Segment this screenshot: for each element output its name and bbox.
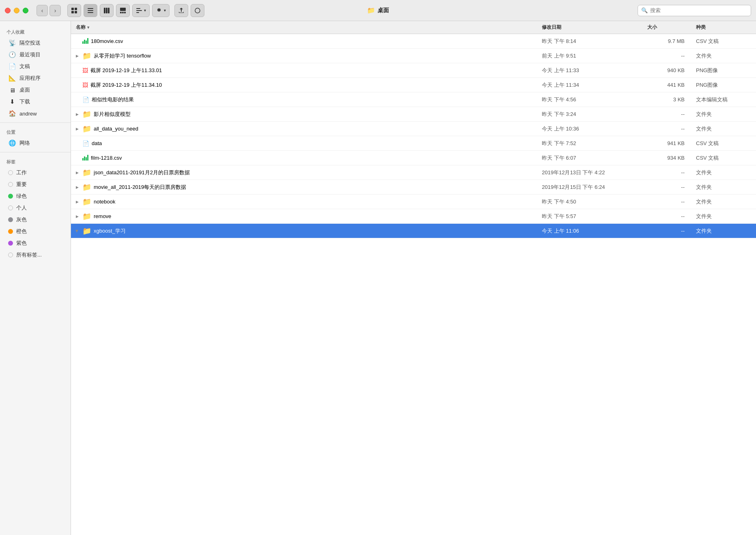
expand-arrow-icon[interactable]: ▶ (74, 53, 80, 59)
forward-button[interactable]: › (49, 5, 61, 16)
file-kind: PNG图像 (691, 81, 756, 89)
sidebar-item-purple[interactable]: 紫色 (2, 238, 69, 249)
view-icons-button[interactable] (67, 4, 81, 17)
table-row[interactable]: film-1218.csv 昨天 下午 6:07 934 KB CSV 文稿 (71, 151, 756, 165)
file-kind: PNG图像 (691, 67, 756, 74)
sidebar-item-label: 桌面 (19, 86, 30, 94)
table-row[interactable]: ▶ 📁 xgboost_学习 今天 上午 11:06 -- 文件夹 (71, 224, 756, 238)
sidebar-item-label: 灰色 (16, 216, 27, 223)
svg-rect-16 (136, 12, 139, 13)
svg-point-17 (195, 8, 200, 13)
svg-rect-12 (122, 12, 124, 13)
view-gallery-button[interactable] (116, 4, 130, 17)
share-button[interactable] (174, 4, 188, 17)
close-button[interactable] (5, 8, 11, 13)
sidebar-item-recent[interactable]: 🕐 最近项目 (2, 49, 69, 60)
table-row[interactable]: 📄 相似性电影的结果 昨天 下午 4:56 3 KB 文本编辑文稿 (71, 92, 756, 107)
search-input[interactable] (650, 7, 747, 13)
table-row[interactable]: ▶ 📁 movie_all_2011-2019每天的日票房数据 2019年12月… (71, 180, 756, 195)
sidebar-item-airdrop[interactable]: 📡 隔空投送 (2, 37, 69, 49)
folder-icon: 📁 (82, 124, 91, 133)
svg-rect-6 (88, 12, 93, 13)
col-name[interactable]: 名称 ▾ (71, 24, 537, 31)
maximize-button[interactable] (23, 8, 28, 13)
sidebar-item-label: 橙色 (16, 228, 27, 235)
tag-dot-all (8, 253, 13, 257)
table-row[interactable]: ▶ 📁 从零开始学习 tensorflow 前天 上午 9:51 -- 文件夹 (71, 49, 756, 63)
col-size[interactable]: 大小 (642, 24, 691, 31)
view-list-button[interactable] (84, 4, 97, 17)
tag-dot-gray (8, 217, 13, 222)
expand-arrow-icon[interactable]: ▶ (74, 199, 80, 205)
table-row[interactable]: ▶ 📁 json_data2011-20191月2月的日票房数据 2019年12… (71, 165, 756, 180)
expand-arrow-icon[interactable]: ▶ (74, 111, 80, 117)
file-date: 今天 上午 11:33 (537, 67, 642, 74)
sidebar-item-applications[interactable]: 📐 应用程序 (2, 73, 69, 84)
tag-dot-green (8, 194, 13, 199)
table-row[interactable]: ▶ 📁 all_data_you_need 今天 上午 10:36 -- 文件夹 (71, 122, 756, 136)
search-bar[interactable]: 🔍 (638, 5, 751, 16)
sidebar-item-desktop[interactable]: 🖥 桌面 (2, 84, 69, 96)
folder-icon: 📁 (82, 51, 91, 60)
png-icon: 🖼 (82, 82, 88, 88)
file-date: 昨天 下午 3:24 (537, 111, 642, 118)
svg-rect-4 (88, 8, 93, 9)
view-group-button[interactable]: ▾ (132, 4, 150, 17)
sidebar-item-important[interactable]: 重要 (2, 179, 69, 190)
svg-rect-11 (120, 12, 122, 13)
table-row[interactable]: 180movie.csv 昨天 下午 8:14 9.7 MB CSV 文稿 (71, 34, 756, 49)
expand-arrow-icon[interactable]: ▶ (74, 228, 80, 234)
png-icon: 🖼 (82, 67, 88, 74)
expand-arrow-icon[interactable]: ▶ (74, 126, 80, 132)
file-name-cell: ▶ 📁 movie_all_2011-2019每天的日票房数据 (71, 183, 537, 192)
expand-arrow-icon[interactable]: ▶ (74, 170, 80, 175)
sidebar-section-favorites: 个人收藏 (0, 26, 71, 37)
sidebar-item-andrew[interactable]: 🏠 andrew (2, 108, 69, 119)
file-kind: CSV 文稿 (691, 38, 756, 45)
svg-rect-3 (75, 11, 77, 13)
col-kind[interactable]: 种类 (691, 24, 756, 31)
sidebar-item-label: 个人 (16, 204, 27, 212)
col-date[interactable]: 修改日期 (537, 24, 642, 31)
sidebar-section-locations: 位置 (0, 126, 71, 137)
view-columns-button[interactable] (100, 4, 114, 17)
file-size: -- (642, 199, 691, 205)
table-row[interactable]: ▶ 📁 notebook 昨天 下午 4:50 -- 文件夹 (71, 195, 756, 209)
sidebar-item-personal[interactable]: 个人 (2, 202, 69, 214)
sidebar-item-documents[interactable]: 📄 文稿 (2, 61, 69, 72)
file-kind: 文件夹 (691, 198, 756, 205)
table-row[interactable]: 🖼 截屏 2019-12-19 上午11.34.10 今天 上午 11:34 4… (71, 78, 756, 92)
expand-arrow-icon[interactable]: ▶ (74, 214, 80, 219)
back-button[interactable]: ‹ (37, 5, 48, 16)
sidebar-item-green[interactable]: 绿色 (2, 190, 69, 202)
minimize-button[interactable] (14, 8, 19, 13)
table-row[interactable]: 🖼 截屏 2019-12-19 上午11.33.01 今天 上午 11:33 9… (71, 63, 756, 78)
file-name-text: xgboost_学习 (94, 227, 126, 235)
expand-arrow-icon[interactable]: ▶ (74, 184, 80, 190)
sidebar-item-orange[interactable]: 橙色 (2, 226, 69, 237)
tag-button[interactable] (191, 4, 204, 17)
file-name-cell: ▶ 📁 all_data_you_need (71, 124, 537, 133)
sidebar-item-all-tags[interactable]: 所有标签... (2, 249, 69, 261)
table-row[interactable]: ▶ 📁 remove 昨天 下午 5:57 -- 文件夹 (71, 209, 756, 224)
column-header: 名称 ▾ 修改日期 大小 种类 (71, 21, 756, 34)
main-content: 个人收藏 📡 隔空投送 🕐 最近项目 📄 文稿 📐 应用程序 🖥 桌面 ⬇ 下载… (0, 21, 756, 535)
file-size: 3 KB (642, 96, 691, 103)
folder-icon: 📁 (82, 197, 91, 206)
file-kind: CSV 文稿 (691, 154, 756, 162)
file-name-text: 从零开始学习 tensorflow (94, 52, 151, 60)
file-kind: 文件夹 (691, 125, 756, 133)
table-row[interactable]: 📄 data 昨天 下午 7:52 941 KB CSV 文稿 (71, 136, 756, 151)
file-size: 934 KB (642, 155, 691, 161)
sidebar-item-label: 文稿 (19, 63, 30, 70)
folder-icon: 📁 (82, 212, 91, 221)
sidebar-item-network[interactable]: 🌐 网络 (2, 137, 69, 149)
file-name-text: film-1218.csv (91, 155, 122, 161)
file-kind: 文件夹 (691, 169, 756, 176)
table-row[interactable]: ▶ 📁 影片相似度模型 昨天 下午 3:24 -- 文件夹 (71, 107, 756, 122)
settings-button[interactable]: ▾ (152, 4, 170, 17)
sidebar-item-downloads[interactable]: ⬇ 下载 (2, 96, 69, 107)
file-size: -- (642, 184, 691, 190)
sidebar-item-work[interactable]: 工作 (2, 167, 69, 178)
sidebar-item-gray[interactable]: 灰色 (2, 214, 69, 225)
